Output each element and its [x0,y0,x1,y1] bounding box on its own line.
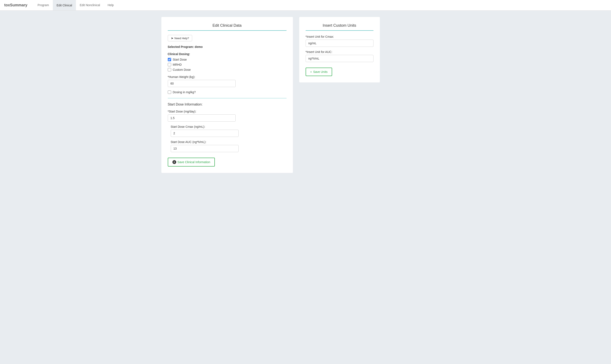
right-panel: Insert Custom Units *Insert Unit for Cma… [299,17,380,82]
left-panel: Edit Clinical Data ➤ Need Help? Selected… [161,17,293,173]
cmax-unit-label: *Insert Unit for Cmax: [306,35,373,38]
app-brand: toxSummary [4,3,27,7]
start-dose-cmax-label: Start Dose Cmax (ng/mL): [171,125,286,128]
main-content: Edit Clinical Data ➤ Need Help? Selected… [157,11,454,179]
auc-unit-input[interactable] [306,55,373,62]
start-dose-label: *Start Dose (mg/day): [168,110,286,113]
human-weight-label: *Human Weight (kg): [168,75,286,78]
checkbox-custom-dose-input[interactable] [168,68,171,71]
dosing-mg-kg-label: Dosing in mg/kg? [173,91,196,94]
checkbox-start-dose-input[interactable] [168,58,171,61]
nav-item-help[interactable]: Help [104,0,118,10]
section-divider [168,98,286,98]
save-clinical-plus-icon: + [172,160,176,164]
clinical-dosing-checkboxes: Start Dose MRHD Custom Dose [168,58,286,71]
checkbox-mrhd[interactable]: MRHD [168,63,286,66]
nav-item-edit-clinical[interactable]: Edit Clinical [53,0,76,10]
save-clinical-button-label: Save Clinical Information [177,160,210,164]
nav-items: Program Edit Clinical Edit Nonclinical H… [34,0,118,10]
cmax-unit-input[interactable] [306,40,373,47]
start-dose-auc-input[interactable] [171,145,239,152]
save-clinical-button[interactable]: + Save Clinical Information [168,158,215,167]
navbar: toxSummary Program Edit Clinical Edit No… [0,0,611,11]
right-panel-divider [306,30,373,31]
cursor-icon: ➤ [171,37,174,40]
dosing-mg-kg-input[interactable] [168,91,171,94]
right-panel-title: Insert Custom Units [306,23,373,28]
start-dose-auc-label: Start Dose AUC (ng*h/mL): [171,140,286,144]
checkbox-start-dose-label: Start Dose [173,58,187,61]
checkbox-start-dose[interactable]: Start Dose [168,58,286,61]
left-panel-title: Edit Clinical Data [168,23,286,28]
save-units-button-label: Save Units [313,70,328,74]
checkbox-custom-dose-label: Custom Dose [173,68,191,71]
checkbox-mrhd-input[interactable] [168,63,171,66]
nav-item-program[interactable]: Program [34,0,53,10]
left-panel-divider [168,30,286,31]
start-dose-cmax-input[interactable] [171,130,239,137]
start-dose-input[interactable] [168,114,236,122]
help-button-label: Need Help? [175,37,189,40]
auc-unit-label: *Insert Unit for AUC: [306,50,373,54]
start-dose-field-group: *Start Dose (mg/day): [168,110,286,122]
human-weight-input[interactable] [168,80,236,87]
start-dose-cmax-field-group: Start Dose Cmax (ng/mL): [171,125,286,137]
save-units-plus-icon: + [310,70,312,74]
auc-unit-field-group: *Insert Unit for AUC: [306,50,373,62]
selected-program: Selected Program: demo [168,45,286,49]
nav-item-edit-nonclinical[interactable]: Edit Nonclinical [76,0,104,10]
start-dose-section-title: Start Dose Information: [168,103,286,106]
clinical-dosing-label: Clinical Dosing: [168,52,286,56]
help-button[interactable]: ➤ Need Help? [168,35,192,41]
dosing-mg-kg-checkbox[interactable]: Dosing in mg/kg? [168,91,286,94]
human-weight-field-group: *Human Weight (kg): [168,75,286,87]
start-dose-auc-field-group: Start Dose AUC (ng*h/mL): [171,140,286,152]
cmax-unit-field-group: *Insert Unit for Cmax: [306,35,373,47]
save-units-button[interactable]: + Save Units [306,68,332,76]
checkbox-mrhd-label: MRHD [173,63,182,66]
checkbox-custom-dose[interactable]: Custom Dose [168,68,286,71]
